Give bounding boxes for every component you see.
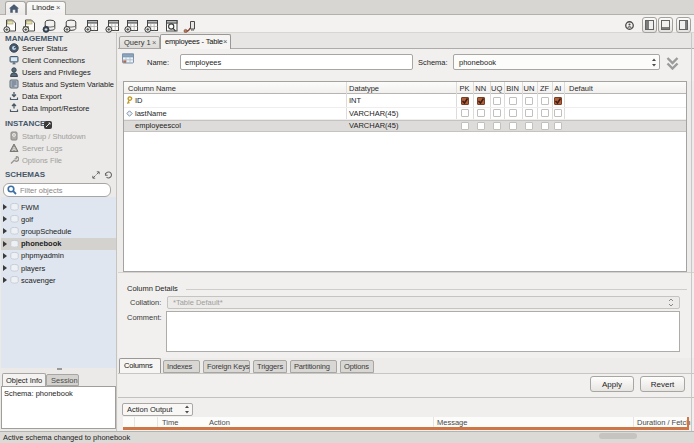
svg-text:A: A (12, 146, 16, 152)
